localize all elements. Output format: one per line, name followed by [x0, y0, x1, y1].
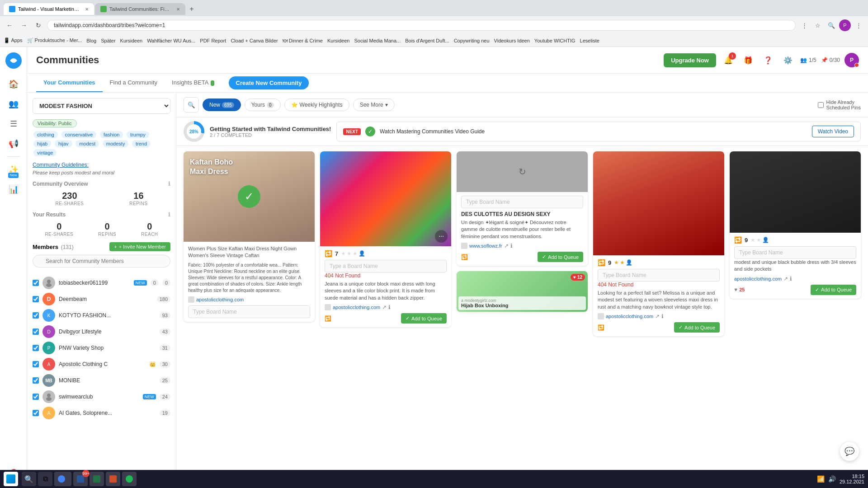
bookmark-12[interactable]: Copywriting neu: [454, 38, 490, 43]
new-filter-tab[interactable]: New 695: [203, 99, 241, 111]
board-name-input-kaftan[interactable]: [188, 305, 310, 318]
tag-conservative[interactable]: conservative: [61, 131, 97, 138]
profile-button[interactable]: P: [839, 19, 851, 31]
board-name-input-colorblock[interactable]: [325, 260, 447, 272]
member-checkbox-3[interactable]: [33, 312, 39, 319]
add-to-queue-button-black[interactable]: ✓ Add to Queue: [811, 285, 856, 295]
user-avatar[interactable]: P: [844, 53, 859, 67]
your-results-info-icon[interactable]: ℹ: [168, 211, 170, 218]
tag-vintage[interactable]: vintage: [33, 149, 57, 156]
sidebar-home-button[interactable]: 🏠: [5, 75, 23, 93]
tag-clothing[interactable]: clothing: [33, 131, 58, 138]
zoom-button[interactable]: 🔍: [826, 19, 837, 31]
tag-modesty[interactable]: modesty: [103, 140, 129, 147]
tag-hijav[interactable]: hijav: [55, 140, 72, 147]
chrome-menu-button[interactable]: ⋮: [853, 19, 864, 31]
external-link-icon-rust[interactable]: ↗: [655, 313, 660, 319]
tag-hijab[interactable]: hijab: [33, 140, 51, 147]
bookmark-7[interactable]: Cload + Canva Bilder: [231, 38, 278, 43]
upgrade-button[interactable]: Upgrade Now: [664, 53, 716, 67]
source-url-kaftan[interactable]: apostolicclothing.com: [196, 297, 244, 302]
taskbar-volume-icon[interactable]: 🔊: [828, 475, 836, 483]
help-button[interactable]: ❓: [760, 52, 776, 68]
source-url-culottes[interactable]: www.soflowz.fr: [469, 243, 502, 249]
add-to-queue-button-rust[interactable]: ✓ Add to Queue: [674, 322, 720, 333]
taskview-button[interactable]: ⧉: [38, 472, 52, 486]
reload-button[interactable]: ↻: [33, 19, 44, 31]
watch-video-button[interactable]: Watch Video: [812, 126, 854, 137]
tag-trend[interactable]: trend: [132, 140, 151, 147]
extensions-button[interactable]: ⋮: [798, 19, 810, 31]
hide-scheduled-checkbox[interactable]: [818, 102, 824, 108]
tab1-close[interactable]: ✕: [85, 7, 89, 12]
bookmark-2[interactable]: Blog: [86, 38, 96, 43]
weekly-tab[interactable]: ⭐ Weekly Highlights: [284, 99, 349, 111]
member-checkbox-1[interactable]: [33, 280, 39, 286]
app-logo[interactable]: [5, 52, 22, 69]
sidebar-menu-button[interactable]: ☰: [5, 115, 23, 133]
invite-member-button[interactable]: + + Invite New Member: [109, 242, 170, 251]
excel-taskbar-app[interactable]: [90, 472, 104, 486]
info-link-icon-black[interactable]: ℹ: [790, 276, 792, 282]
bookmark-10[interactable]: Social Media Mana...: [354, 38, 401, 43]
create-community-button[interactable]: Create New Community: [229, 76, 309, 89]
back-button[interactable]: ←: [4, 19, 15, 31]
tab-find-community[interactable]: Find a Community: [103, 74, 165, 92]
add-to-queue-button-culottes[interactable]: ✓ Add to Queue: [538, 252, 583, 262]
member-checkbox-6[interactable]: [33, 361, 39, 367]
sidebar-communities-button[interactable]: 👥: [5, 95, 23, 113]
tag-trumpy[interactable]: trumpy: [127, 131, 149, 138]
bookmark-5[interactable]: Wahlfächer WU Aus...: [147, 38, 195, 43]
repin-icon-colorblock[interactable]: 🔁: [325, 250, 332, 257]
repin-icon-rust[interactable]: 🔁: [598, 259, 605, 266]
word-taskbar-app[interactable]: 99+: [73, 472, 88, 486]
bookmark-4[interactable]: Kursideen: [120, 38, 143, 43]
external-link-icon-black[interactable]: ↗: [783, 276, 788, 282]
board-name-input-rust[interactable]: [598, 269, 720, 282]
guidelines-link[interactable]: Community Guidelines:: [33, 162, 170, 168]
new-tab-button[interactable]: +: [186, 4, 197, 14]
bookmark-14[interactable]: Youtube WICHTIG: [534, 38, 576, 43]
add-to-queue-button-colorblock[interactable]: ✓ Add to Queue: [401, 313, 447, 324]
bookmark-6[interactable]: PDF Report: [200, 38, 226, 43]
info-link-icon-rust[interactable]: ℹ: [661, 313, 664, 319]
bookmark-3[interactable]: Später: [101, 38, 115, 43]
powerpoint-taskbar-app[interactable]: [106, 472, 120, 486]
tab-1[interactable]: Tailwind - Visual Marketing Suite... ✕: [4, 3, 94, 15]
external-link-icon[interactable]: ↗: [382, 304, 387, 310]
spotify-taskbar-app[interactable]: [122, 472, 137, 486]
bookmark-leseliste[interactable]: Leseliste: [580, 38, 599, 43]
info-link-icon[interactable]: ℹ: [388, 304, 391, 310]
search-members-input[interactable]: [33, 255, 170, 267]
community-overview-info-icon[interactable]: ℹ: [168, 181, 170, 187]
bookmark-apps[interactable]: 📱 Apps: [4, 38, 23, 43]
member-checkbox-9[interactable]: [33, 410, 39, 416]
member-checkbox-4[interactable]: [33, 328, 39, 335]
gift-button[interactable]: 🎁: [741, 52, 756, 68]
source-url-rust[interactable]: apostolicclothing.com: [606, 314, 653, 319]
sidebar-megaphone-button[interactable]: 📢: [5, 135, 23, 153]
tag-modest[interactable]: modest: [75, 140, 99, 147]
source-url-colorblock[interactable]: apostolicclothing.com: [333, 305, 380, 310]
board-name-input-culottes[interactable]: [461, 196, 583, 208]
member-checkbox-7[interactable]: [33, 377, 39, 384]
chat-bubble-button[interactable]: 💬: [840, 442, 859, 461]
member-checkbox-5[interactable]: [33, 345, 39, 351]
bookmark-8[interactable]: 🍽 Dinner & Crime: [283, 38, 323, 43]
board-name-input-black[interactable]: [734, 246, 856, 259]
sidebar-new-button[interactable]: ✨ New: [5, 160, 23, 178]
chrome-taskbar-app[interactable]: [54, 472, 71, 486]
info-link-icon-culottes[interactable]: ℹ: [510, 243, 513, 249]
taskbar-wifi-icon[interactable]: 📶: [817, 475, 825, 483]
community-dropdown[interactable]: MODEST FASHION: [33, 98, 170, 114]
search-button[interactable]: 🔍: [184, 97, 199, 113]
source-url-black[interactable]: apostolicclothing.com: [734, 276, 782, 282]
settings-button[interactable]: ⚙️: [780, 52, 796, 68]
yours-filter-tab[interactable]: Yours 0: [245, 99, 281, 111]
bookmark-13[interactable]: Videokurs Ideen: [494, 38, 530, 43]
repin-icon-black[interactable]: 🔁: [734, 236, 742, 244]
start-button[interactable]: [4, 472, 18, 486]
search-taskbar-button[interactable]: 🔍: [22, 472, 36, 486]
address-bar[interactable]: tailwindapp.com/dashboard/tribes?welcome…: [47, 20, 796, 31]
tab2-close[interactable]: ✕: [176, 7, 180, 12]
